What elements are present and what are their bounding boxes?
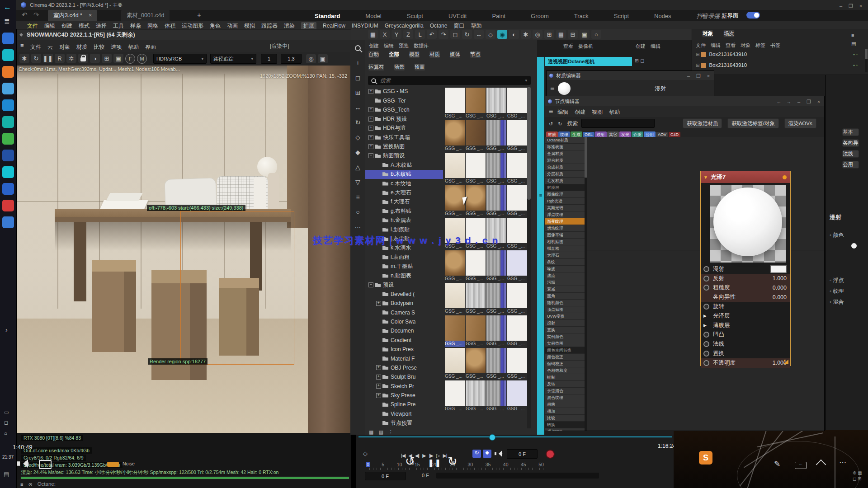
asset-thumbnail[interactable]: GSG _... [486, 88, 506, 119]
object-manager-scrollbar[interactable] [865, 49, 868, 72]
window-button[interactable]: → [785, 99, 793, 104]
noise-chip[interactable] [107, 462, 119, 467]
layers-icon[interactable]: ⊟ [568, 30, 578, 39]
attribute-row-float[interactable]: ◦ 浮点 [830, 277, 844, 284]
browser-search[interactable]: 搜索 ▾ [368, 76, 531, 85]
manager-menu-item[interactable]: 文件 [696, 42, 706, 49]
taskbar-app-icon[interactable] [2, 99, 14, 111]
taskbar-app-icon[interactable] [2, 66, 14, 78]
node-type-item[interactable]: 实例范围 [545, 340, 585, 347]
tree-item[interactable]: +置换贴图 [365, 142, 443, 151]
tree-item[interactable]: Viewport [365, 409, 443, 418]
node-type-item[interactable]: 随机颜色 [545, 300, 585, 306]
tree-item[interactable]: k.水滴水 [365, 244, 443, 253]
tray-icon[interactable]: ◻ [4, 418, 8, 427]
manager-menu-item[interactable]: 编辑 [711, 42, 721, 49]
asset-thumbnail[interactable]: GSG _... [466, 348, 486, 380]
pause-render-icon[interactable]: ❚❚ [43, 54, 53, 63]
node-param-row[interactable]: 粗糙度0.000 [701, 283, 790, 293]
material-preview-thumb[interactable] [558, 82, 571, 95]
timeline-slider-track[interactable] [359, 436, 672, 437]
node-type-item[interactable]: 转换 [545, 422, 585, 428]
asset-thumbnail[interactable]: GSG _... [445, 120, 465, 152]
save-image-icon[interactable]: ▣ [318, 54, 328, 63]
asset-thumbnail[interactable]: GSG _... [445, 250, 465, 282]
subframe-icon[interactable]: ▣ [113, 54, 123, 63]
tray-icon[interactable]: ▭ [4, 407, 9, 417]
tree-item[interactable]: f.大理石 [365, 197, 443, 206]
filter-tab[interactable]: 场景 [394, 63, 405, 71]
manager-menu-item[interactable]: 编辑 [651, 43, 660, 50]
scrollbar-thumb[interactable] [527, 87, 531, 200]
expander-icon[interactable]: + [368, 117, 373, 122]
tree-item[interactable]: h.金属表 [365, 216, 443, 225]
focus-picker-icon[interactable]: F [125, 54, 135, 64]
add-tab-button[interactable]: + [197, 11, 201, 19]
window-button[interactable]: ← [775, 99, 783, 104]
node-header[interactable]: ▼ 光泽7 [701, 171, 790, 183]
manager-tab[interactable]: 场次 [723, 30, 735, 38]
node-type-item[interactable]: 分层材质 [545, 171, 585, 178]
magnify-icon[interactable] [353, 43, 363, 52]
select-icon[interactable]: ◻ [450, 30, 460, 39]
tree-item[interactable]: +GSG - MS [365, 87, 443, 96]
node-type-item[interactable]: 图像平铺 [545, 232, 585, 239]
asset-thumbnail[interactable]: GSG _... [445, 185, 465, 217]
transport-button[interactable]: |◀ [401, 453, 405, 459]
asset-thumbnail[interactable]: GSG _... [466, 380, 486, 412]
tree-item[interactable]: Gradient [365, 336, 443, 345]
window-button[interactable]: × [857, 3, 864, 9]
light-icon[interactable]: ○ [591, 30, 601, 39]
taskbar-app-icon[interactable] [2, 33, 14, 44]
node-type-item[interactable]: 烘焙纹理 [545, 225, 585, 232]
asset-thumbnail[interactable]: GSG _... [486, 348, 506, 380]
browser-menu-item[interactable]: 数据库 [414, 42, 429, 49]
filter-tab[interactable]: 媒体 [449, 51, 461, 58]
node-type-item[interactable]: 金属材质 [545, 150, 585, 157]
port-icon[interactable] [703, 341, 709, 347]
tree-item[interactable]: +快乐工具箱 [365, 133, 443, 142]
manager-menu-item[interactable]: 书签 [770, 42, 780, 49]
taskbar-app-icon[interactable] [2, 49, 14, 61]
asset-thumbnail[interactable]: GSG _... [466, 153, 486, 184]
hamburger-icon[interactable]: ≡ [550, 84, 554, 93]
rewind-10-icon[interactable]: ↺ 10 [405, 455, 415, 469]
redo-icon[interactable]: ↷ [439, 30, 448, 39]
range-start-field[interactable]: 0 F [365, 472, 406, 480]
asset-thumbnail[interactable]: GSG _... [507, 120, 527, 152]
browser-scrollbar[interactable] [527, 87, 531, 428]
get-active-material-button[interactable]: 获取激活材质 [683, 118, 722, 128]
node-param-row[interactable]: ▶薄膜层 [701, 321, 790, 330]
back-icon[interactable]: ← [4, 3, 11, 12]
taskbar-app-icon[interactable] [2, 133, 14, 145]
tree-item[interactable]: Material F [365, 354, 443, 363]
menu-item[interactable]: RealFlow [323, 23, 345, 29]
pan-icon[interactable]: ↔ [353, 103, 363, 112]
taskbar-app-icon[interactable] [2, 150, 14, 161]
picker-add-icon[interactable]: ⊞ [102, 54, 112, 63]
filter-tab[interactable]: 模型 [409, 51, 420, 58]
history-icon[interactable]: ↺ [549, 121, 553, 127]
more-icon[interactable]: ⋯ [353, 222, 363, 231]
asset-thumbnail[interactable]: GSG _... [486, 250, 506, 282]
node-type-item[interactable]: 实例颜色 [545, 333, 585, 340]
port-icon[interactable] [703, 285, 709, 291]
dot-icon[interactable]: ○ [353, 207, 363, 216]
filter-tab[interactable]: 自动 [368, 51, 379, 58]
octane-menu-item[interactable]: 界面 [145, 43, 156, 51]
colorspace-dropdown[interactable]: HDR/sRGB▾ [153, 54, 207, 64]
tree-item[interactable]: +GSG_Tech [365, 105, 443, 114]
node-type-item[interactable]: Rgb光谱 [545, 198, 585, 205]
tree-item[interactable]: −预设 [365, 280, 443, 289]
volume-icon[interactable]: )) [17, 459, 28, 468]
asset-thumbnail[interactable]: GSG _... [486, 283, 506, 314]
chat-icon[interactable] [39, 460, 52, 469]
node-param-row[interactable]: 反射1.000 [701, 274, 790, 283]
node-type-item[interactable]: 混合材质 [545, 157, 585, 164]
object-manager-corner-icons[interactable]: ≡▤ [851, 31, 868, 47]
keyboard-icon[interactable]: ▤ [4, 471, 9, 478]
tree-item[interactable]: e.大理石 [365, 188, 443, 197]
up-icon[interactable]: △ [353, 163, 363, 172]
expander-icon[interactable]: + [376, 375, 381, 380]
loop-icon[interactable]: ↻ [472, 450, 481, 458]
